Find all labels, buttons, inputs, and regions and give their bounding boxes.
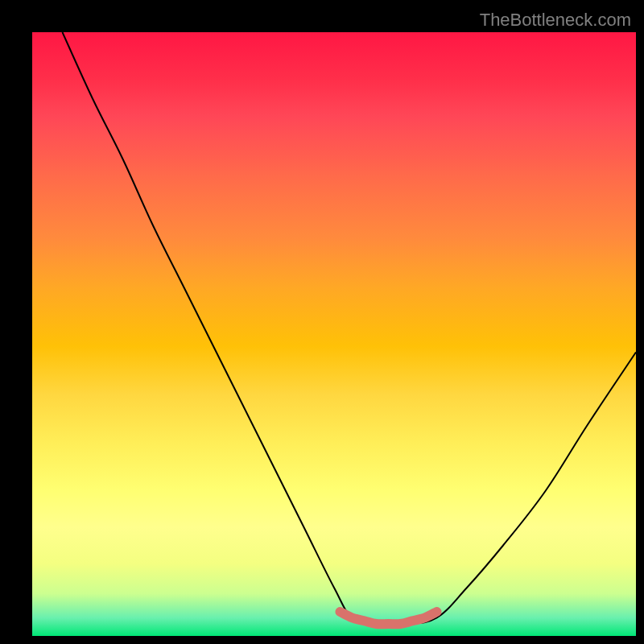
gradient-background — [32, 32, 636, 636]
attribution-text: TheBottleneck.com — [480, 10, 631, 31]
plot-area — [32, 32, 636, 636]
chart-container: TheBottleneck.com — [0, 0, 644, 644]
